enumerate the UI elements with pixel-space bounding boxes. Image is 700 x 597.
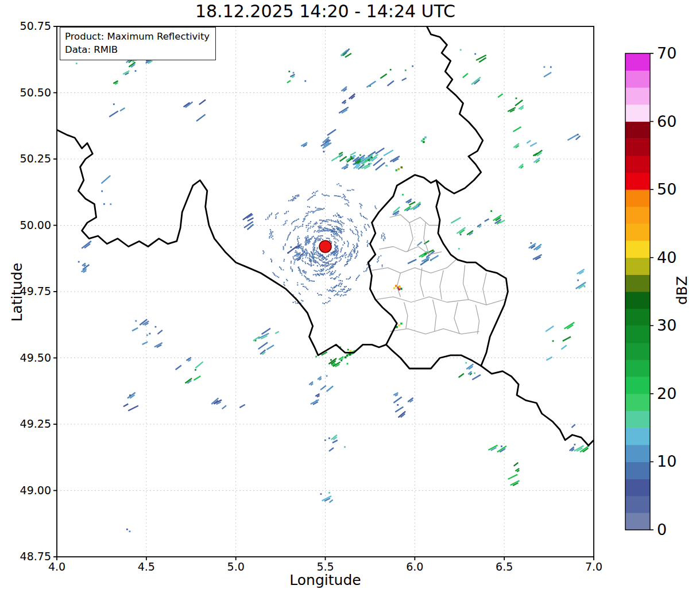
- x-tick-label: 7.0: [585, 560, 602, 573]
- colorbar-tick-labels: 010203040506070: [650, 44, 676, 538]
- y-tick-label: 50.50: [20, 86, 51, 99]
- product-annotation-box: Product: Maximum Reflectivity Data: RMIB: [60, 27, 216, 60]
- y-tick-label: 49.25: [20, 417, 51, 430]
- y-tick-label: 49.50: [20, 351, 51, 364]
- radar-reflectivity-figure: 18.12.2025 14:20 - 14:24 UTC 4.04.55.05.…: [0, 0, 700, 597]
- radar-site-marker: [319, 241, 331, 253]
- y-tick-label: 50.25: [20, 152, 51, 165]
- x-axis-label: Longitude: [57, 572, 594, 588]
- x-tick-label: 6.5: [496, 560, 513, 573]
- y-tick-label: 48.75: [20, 550, 51, 563]
- y-tick-label: 50.00: [20, 219, 51, 231]
- radar-map-plot: 4.04.55.05.56.06.57.048.7549.0049.2549.5…: [0, 0, 700, 597]
- product-label: Product: Maximum Reflectivity: [65, 30, 210, 43]
- colorbar: [625, 53, 650, 530]
- x-tick-label: 5.5: [316, 560, 334, 573]
- y-tick-label: 49.00: [20, 484, 51, 497]
- data-source-label: Data: RMIB: [65, 43, 210, 56]
- colorbar-tick-label: 0: [657, 521, 667, 538]
- y-tick-labels: 48.7549.0049.2549.5049.7550.0050.2550.50…: [20, 20, 57, 563]
- colorbar-tick-label: 70: [657, 44, 676, 62]
- colorbar-unit-label: dBZ: [674, 253, 690, 328]
- radar-echoes: [68, 42, 589, 532]
- colorbar-tick-label: 10: [657, 452, 676, 470]
- x-tick-label: 5.0: [227, 560, 245, 573]
- y-axis-label: Latitude: [9, 255, 25, 329]
- colorbar-tick-label: 60: [657, 113, 676, 130]
- colorbar-tick-label: 50: [657, 180, 676, 198]
- y-tick-label: 50.75: [20, 20, 51, 32]
- x-tick-label: 6.0: [406, 560, 423, 573]
- colorbar-tick-label: 20: [657, 385, 676, 402]
- x-tick-label: 4.5: [138, 560, 155, 573]
- x-tick-labels: 4.04.55.05.56.06.57.0: [48, 557, 602, 573]
